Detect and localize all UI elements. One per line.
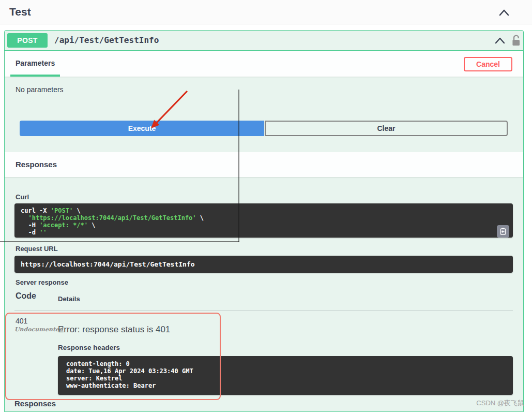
clear-button[interactable]: Clear [265, 121, 508, 136]
tab-parameters[interactable]: Parameters [10, 51, 60, 77]
tag-section-header[interactable]: Test [0, 0, 532, 24]
parameters-section-header: Parameters Cancel [5, 51, 523, 77]
annotation-vertical-line [238, 90, 239, 242]
curl-code-block: curl -X 'POST' \ 'https://localhost:7044… [14, 203, 513, 238]
table-header-divider [14, 311, 513, 311]
curl-label: Curl [16, 193, 29, 201]
unlock-icon[interactable] [511, 34, 522, 48]
watermark-text: CSDN @夜飞鼠 [435, 399, 524, 408]
no-parameters-text: No parameters [16, 85, 64, 94]
responses-section-header: Responses [5, 152, 523, 177]
request-url-value: https://localhost:7044/api/Test/GetTestI… [14, 256, 513, 273]
copy-icon[interactable] [497, 225, 509, 238]
documented-responses-title: Responses [14, 399, 56, 408]
execute-button[interactable]: Execute [20, 121, 264, 136]
details-column-header: Details [58, 295, 80, 303]
chevron-up-icon[interactable] [494, 36, 506, 46]
request-url-label: Request URL [16, 245, 58, 253]
annotation-highlight-box [5, 313, 221, 400]
endpoint-path: /api/Test/GetTestInfo [54, 31, 159, 50]
code-column-header: Code [16, 291, 36, 301]
swagger-ui-page: Test POST /api/Test/GetTestInfo [0, 0, 532, 412]
tag-title: Test [9, 6, 31, 18]
opblock-summary[interactable]: POST /api/Test/GetTestInfo [5, 31, 523, 51]
annotation-horizontal-line [0, 241, 239, 242]
method-badge: POST [7, 33, 48, 48]
responses-title: Responses [16, 152, 57, 177]
annotation-arrow-icon [145, 87, 194, 135]
server-response-label: Server response [16, 278, 68, 286]
cancel-button[interactable]: Cancel [464, 57, 512, 71]
chevron-up-icon[interactable] [497, 7, 511, 19]
